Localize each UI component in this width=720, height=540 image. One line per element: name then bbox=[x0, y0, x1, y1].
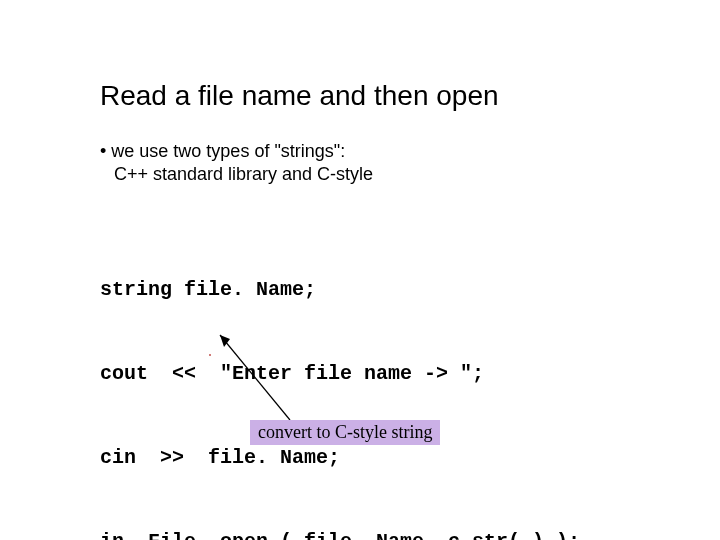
callout-label: convert to C-style string bbox=[250, 420, 440, 445]
code-line-4: in. File. open ( file. Name. c_str( ) ); bbox=[100, 528, 580, 540]
code-line-2: cout << "Enter file name -> "; bbox=[100, 360, 580, 388]
bullet-line-2: C++ standard library and C-style bbox=[100, 163, 373, 186]
code-line-1: string file. Name; bbox=[100, 276, 580, 304]
slide: Read a file name and then open we use tw… bbox=[0, 0, 720, 540]
bullet-line-1: we use two types of "strings": bbox=[100, 140, 373, 163]
slide-title: Read a file name and then open bbox=[100, 80, 499, 112]
code-block: string file. Name; cout << "Enter file n… bbox=[100, 220, 580, 540]
code-line-3: cin >> file. Name; bbox=[100, 444, 580, 472]
bullet-block: we use two types of "strings": C++ stand… bbox=[100, 140, 373, 187]
